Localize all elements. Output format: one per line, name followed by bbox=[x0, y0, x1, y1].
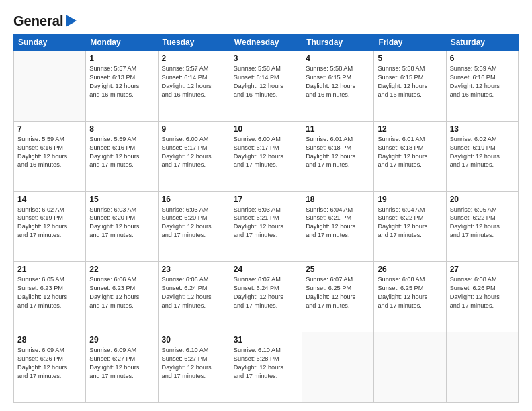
day-cell: 10Sunrise: 6:00 AMSunset: 6:17 PMDayligh… bbox=[230, 121, 302, 191]
day-info: Sunrise: 6:03 AMSunset: 6:20 PMDaylight:… bbox=[162, 205, 226, 240]
day-info: Sunrise: 6:09 AMSunset: 6:27 PMDaylight:… bbox=[89, 346, 154, 381]
day-info: Sunrise: 6:01 AMSunset: 6:18 PMDaylight:… bbox=[306, 135, 370, 170]
logo: General bbox=[13, 12, 78, 27]
day-number: 19 bbox=[378, 195, 442, 204]
day-cell: 8Sunrise: 5:59 AMSunset: 6:16 PMDaylight… bbox=[86, 121, 158, 191]
day-cell: 7Sunrise: 5:59 AMSunset: 6:16 PMDaylight… bbox=[14, 121, 86, 191]
day-cell: 17Sunrise: 6:03 AMSunset: 6:21 PMDayligh… bbox=[230, 191, 302, 262]
day-number: 22 bbox=[89, 265, 154, 274]
day-cell: 15Sunrise: 6:03 AMSunset: 6:20 PMDayligh… bbox=[86, 191, 158, 262]
day-number: 27 bbox=[450, 265, 515, 274]
day-info: Sunrise: 6:03 AMSunset: 6:21 PMDaylight:… bbox=[234, 205, 298, 240]
day-info: Sunrise: 6:04 AMSunset: 6:21 PMDaylight:… bbox=[306, 205, 370, 240]
day-info: Sunrise: 6:01 AMSunset: 6:18 PMDaylight:… bbox=[378, 135, 442, 170]
weekday-header-tuesday: Tuesday bbox=[158, 34, 230, 51]
logo-general: General bbox=[13, 14, 63, 28]
week-row-4: 21Sunrise: 6:05 AMSunset: 6:23 PMDayligh… bbox=[14, 262, 519, 332]
weekday-header-thursday: Thursday bbox=[302, 34, 374, 51]
day-number: 15 bbox=[89, 195, 154, 204]
day-cell bbox=[302, 332, 374, 403]
day-number: 1 bbox=[89, 54, 154, 63]
day-cell: 11Sunrise: 6:01 AMSunset: 6:18 PMDayligh… bbox=[302, 121, 374, 191]
svg-marker-0 bbox=[66, 15, 77, 27]
day-number: 24 bbox=[234, 265, 298, 274]
week-row-2: 7Sunrise: 5:59 AMSunset: 6:16 PMDaylight… bbox=[14, 121, 519, 191]
day-number: 11 bbox=[306, 124, 370, 134]
day-info: Sunrise: 5:57 AMSunset: 6:14 PMDaylight:… bbox=[162, 64, 226, 99]
week-row-5: 28Sunrise: 6:09 AMSunset: 6:26 PMDayligh… bbox=[14, 332, 519, 403]
day-number: 17 bbox=[234, 195, 298, 204]
day-info: Sunrise: 6:03 AMSunset: 6:20 PMDaylight:… bbox=[89, 205, 154, 240]
day-cell: 28Sunrise: 6:09 AMSunset: 6:26 PMDayligh… bbox=[14, 332, 86, 403]
day-info: Sunrise: 6:00 AMSunset: 6:17 PMDaylight:… bbox=[162, 135, 226, 170]
day-number: 10 bbox=[234, 124, 298, 134]
weekday-header-saturday: Saturday bbox=[446, 34, 518, 51]
day-cell: 22Sunrise: 6:06 AMSunset: 6:23 PMDayligh… bbox=[86, 262, 158, 332]
day-cell: 27Sunrise: 6:08 AMSunset: 6:26 PMDayligh… bbox=[446, 262, 518, 332]
day-cell: 9Sunrise: 6:00 AMSunset: 6:17 PMDaylight… bbox=[158, 121, 230, 191]
day-cell: 24Sunrise: 6:07 AMSunset: 6:24 PMDayligh… bbox=[230, 262, 302, 332]
day-number: 12 bbox=[378, 124, 442, 134]
day-number: 20 bbox=[450, 195, 515, 204]
day-number: 16 bbox=[162, 195, 226, 204]
day-number: 23 bbox=[162, 265, 226, 274]
day-cell: 13Sunrise: 6:02 AMSunset: 6:19 PMDayligh… bbox=[446, 121, 518, 191]
day-number: 6 bbox=[450, 54, 515, 63]
day-cell: 31Sunrise: 6:10 AMSunset: 6:28 PMDayligh… bbox=[230, 332, 302, 403]
day-cell: 6Sunrise: 5:59 AMSunset: 6:16 PMDaylight… bbox=[446, 51, 518, 122]
day-info: Sunrise: 5:59 AMSunset: 6:16 PMDaylight:… bbox=[450, 64, 515, 99]
day-info: Sunrise: 6:06 AMSunset: 6:24 PMDaylight:… bbox=[162, 275, 226, 310]
day-cell: 25Sunrise: 6:07 AMSunset: 6:25 PMDayligh… bbox=[302, 262, 374, 332]
calendar-table: SundayMondayTuesdayWednesdayThursdayFrid… bbox=[13, 34, 519, 403]
day-info: Sunrise: 5:57 AMSunset: 6:13 PMDaylight:… bbox=[89, 64, 154, 99]
day-cell bbox=[446, 332, 518, 403]
day-info: Sunrise: 6:00 AMSunset: 6:17 PMDaylight:… bbox=[234, 135, 298, 170]
day-number: 28 bbox=[17, 335, 82, 345]
day-number: 31 bbox=[234, 335, 298, 345]
day-info: Sunrise: 6:05 AMSunset: 6:23 PMDaylight:… bbox=[17, 275, 82, 310]
week-row-1: 1Sunrise: 5:57 AMSunset: 6:13 PMDaylight… bbox=[14, 51, 519, 122]
calendar-header-row: SundayMondayTuesdayWednesdayThursdayFrid… bbox=[14, 34, 519, 51]
week-row-3: 14Sunrise: 6:02 AMSunset: 6:19 PMDayligh… bbox=[14, 191, 519, 262]
day-info: Sunrise: 6:09 AMSunset: 6:26 PMDaylight:… bbox=[17, 346, 82, 381]
day-info: Sunrise: 5:58 AMSunset: 6:14 PMDaylight:… bbox=[234, 64, 298, 99]
day-cell bbox=[14, 51, 86, 122]
day-info: Sunrise: 6:07 AMSunset: 6:25 PMDaylight:… bbox=[306, 275, 370, 310]
day-info: Sunrise: 5:58 AMSunset: 6:15 PMDaylight:… bbox=[378, 64, 442, 99]
day-info: Sunrise: 6:06 AMSunset: 6:23 PMDaylight:… bbox=[89, 275, 154, 310]
day-cell: 12Sunrise: 6:01 AMSunset: 6:18 PMDayligh… bbox=[374, 121, 446, 191]
day-info: Sunrise: 6:02 AMSunset: 6:19 PMDaylight:… bbox=[17, 205, 82, 240]
day-cell: 2Sunrise: 5:57 AMSunset: 6:14 PMDaylight… bbox=[158, 51, 230, 122]
day-cell: 1Sunrise: 5:57 AMSunset: 6:13 PMDaylight… bbox=[86, 51, 158, 122]
day-cell: 23Sunrise: 6:06 AMSunset: 6:24 PMDayligh… bbox=[158, 262, 230, 332]
weekday-header-monday: Monday bbox=[86, 34, 158, 51]
day-cell: 30Sunrise: 6:10 AMSunset: 6:27 PMDayligh… bbox=[158, 332, 230, 403]
day-number: 4 bbox=[306, 54, 370, 63]
day-cell: 19Sunrise: 6:04 AMSunset: 6:22 PMDayligh… bbox=[374, 191, 446, 262]
logo-triangle-icon bbox=[64, 13, 78, 28]
day-info: Sunrise: 5:59 AMSunset: 6:16 PMDaylight:… bbox=[89, 135, 154, 170]
weekday-header-wednesday: Wednesday bbox=[230, 34, 302, 51]
day-cell: 3Sunrise: 5:58 AMSunset: 6:14 PMDaylight… bbox=[230, 51, 302, 122]
day-number: 2 bbox=[162, 54, 226, 63]
day-number: 3 bbox=[234, 54, 298, 63]
day-cell: 20Sunrise: 6:05 AMSunset: 6:22 PMDayligh… bbox=[446, 191, 518, 262]
day-cell: 4Sunrise: 5:58 AMSunset: 6:15 PMDaylight… bbox=[302, 51, 374, 122]
day-number: 26 bbox=[378, 265, 442, 274]
day-info: Sunrise: 6:08 AMSunset: 6:26 PMDaylight:… bbox=[450, 275, 515, 310]
day-number: 5 bbox=[378, 54, 442, 63]
day-info: Sunrise: 6:08 AMSunset: 6:25 PMDaylight:… bbox=[378, 275, 442, 310]
day-number: 14 bbox=[17, 195, 82, 204]
day-info: Sunrise: 5:59 AMSunset: 6:16 PMDaylight:… bbox=[17, 135, 82, 170]
day-number: 21 bbox=[17, 265, 82, 274]
day-cell: 16Sunrise: 6:03 AMSunset: 6:20 PMDayligh… bbox=[158, 191, 230, 262]
day-info: Sunrise: 6:07 AMSunset: 6:24 PMDaylight:… bbox=[234, 275, 298, 310]
day-cell: 5Sunrise: 5:58 AMSunset: 6:15 PMDaylight… bbox=[374, 51, 446, 122]
day-number: 13 bbox=[450, 124, 515, 134]
day-info: Sunrise: 6:10 AMSunset: 6:27 PMDaylight:… bbox=[162, 346, 226, 381]
day-cell: 29Sunrise: 6:09 AMSunset: 6:27 PMDayligh… bbox=[86, 332, 158, 403]
day-cell: 18Sunrise: 6:04 AMSunset: 6:21 PMDayligh… bbox=[302, 191, 374, 262]
day-number: 7 bbox=[17, 124, 82, 134]
weekday-header-friday: Friday bbox=[374, 34, 446, 51]
day-number: 25 bbox=[306, 265, 370, 274]
